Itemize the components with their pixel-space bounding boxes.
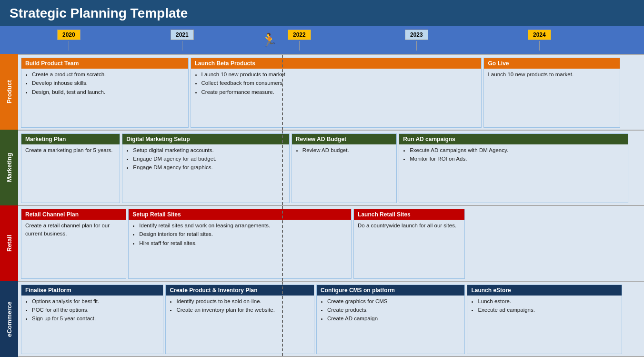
retail-row: Retail Channel Plan Create a retail chan… — [18, 205, 644, 281]
list-item: Launch 10 new products to market — [201, 71, 478, 79]
list-item: Execute ad campaigns. — [478, 306, 618, 314]
product-row: Build Product Team Create a product from… — [18, 54, 644, 130]
card-body-build-product-team: Create a product from scratch. Develop i… — [21, 69, 188, 127]
card-header-launch-estore: Launch eStore — [467, 285, 622, 296]
card-body-run-ad: Execute AD campaigns with DM Agency. Mon… — [399, 144, 628, 203]
card-header-build-product-team: Build Product Team — [21, 58, 188, 69]
card-body-launch-beta: Launch 10 new products to market Collect… — [191, 69, 482, 127]
list-item: Identify products to be sold on-line. — [176, 297, 310, 306]
card-header-finalise: Finalise Platform — [21, 285, 163, 296]
year-2022: 2022 — [288, 30, 311, 51]
list-item: Lunch estore. — [478, 297, 618, 306]
card-body-launch-estore: Lunch estore. Execute ad campaigns. — [467, 296, 622, 354]
page-header: Strategic Planning Template — [0, 0, 644, 26]
card-build-product-team: Build Product Team Create a product from… — [21, 58, 189, 128]
list-item: Setup digital marketing accounts. — [133, 146, 285, 154]
list-item: Create graphics for CMS — [327, 297, 461, 306]
card-review-ad-budget: Review AD Budget Review AD budget. — [292, 133, 397, 204]
list-item: Options analysis for best fit. — [32, 297, 159, 306]
card-setup-retail-sites: Setup Retail Sites Identify retail sites… — [128, 209, 352, 279]
list-item: Develop inhouse skills. — [32, 79, 184, 87]
year-2020: 2020 — [57, 30, 80, 51]
year-badge-2022: 2022 — [288, 30, 311, 40]
list-item: Create AD campaign — [327, 315, 461, 323]
year-line-2020 — [69, 41, 69, 51]
list-item: Create products. — [327, 306, 461, 314]
card-body-retail-channel: Create a retail channel plan for our cur… — [21, 220, 126, 278]
marketing-plan-text: Create a marketing plan for 5 years. — [25, 147, 112, 153]
card-header-marketing-plan: Marketing Plan — [21, 134, 120, 144]
list-item: Identify retail sites and work on leasin… — [139, 222, 347, 230]
list-item: Design interiors for retail sites. — [139, 230, 347, 238]
list-item: Create an inventory plan for the website… — [176, 306, 310, 314]
card-header-launch-retail: Launch Retail Sites — [354, 209, 464, 220]
list-item: Monitor for ROI on Ads. — [410, 155, 624, 163]
card-body-product-inventory: Identify products to be sold on-line. Cr… — [166, 296, 313, 354]
dashed-line-marketing — [282, 131, 283, 205]
card-header-run-ad: Run AD campaigns — [399, 134, 628, 144]
ecommerce-row: Finalise Platform Options analysis for b… — [18, 281, 644, 357]
card-header-setup-retail: Setup Retail Sites — [129, 209, 351, 220]
list-item: Execute AD campaigns with DM Agency. — [410, 146, 624, 154]
card-launch-estore: Launch eStore Lunch estore. Execute ad c… — [467, 285, 622, 355]
list-item: Sign up for 5 year contact. — [32, 315, 159, 323]
card-body-go-live: Launch 10 new products to market. — [484, 69, 619, 127]
sidebar-marketing: Marketing — [0, 130, 18, 205]
card-launch-beta-products: Launch Beta Products Launch 10 new produ… — [191, 58, 482, 128]
retail-channel-text: Create a retail channel plan for our cur… — [25, 223, 110, 236]
card-body-marketing-plan: Create a marketing plan for 5 years. — [21, 144, 120, 203]
list-item: Review AD budget. — [302, 146, 392, 154]
card-header-launch-beta: Launch Beta Products — [191, 58, 482, 69]
card-marketing-plan: Marketing Plan Create a marketing plan f… — [21, 133, 120, 204]
sidebar-product: Product — [0, 54, 18, 130]
year-line-2023 — [416, 41, 417, 51]
year-line-2022 — [299, 41, 300, 51]
card-body-finalise: Options analysis for best fit. POC for a… — [21, 296, 163, 354]
year-badge-2021: 2021 — [171, 30, 194, 40]
main-content: Product Marketing Retail eCommerce Build… — [0, 54, 644, 357]
page-title: Strategic Planning Template — [10, 6, 188, 21]
list-item: Engage DM agency for graphics. — [133, 163, 285, 172]
timeline-bar: 2020 2021 🏃 2022 2023 2024 — [0, 26, 644, 54]
rows-container: Build Product Team Create a product from… — [18, 54, 644, 357]
card-configure-cms: Configure CMS on platform Create graphic… — [316, 285, 465, 355]
card-retail-channel-plan: Retail Channel Plan Create a retail chan… — [21, 209, 126, 279]
year-line-2021 — [182, 41, 182, 51]
card-header-cms: Configure CMS on platform — [317, 285, 464, 296]
dashed-line-product — [282, 55, 283, 130]
list-item: Engage DM agency for ad budget. — [133, 155, 285, 163]
year-2023: 2023 — [405, 30, 428, 51]
card-product-inventory-plan: Create Product & Inventory Plan Identify… — [165, 285, 314, 355]
card-body-cms: Create graphics for CMS Create products.… — [317, 296, 464, 354]
launch-retail-text: Do a countrywide launch for all our site… — [358, 223, 456, 228]
year-badge-2020: 2020 — [57, 30, 80, 40]
list-item: POC for all the options. — [32, 306, 159, 314]
sidebar-retail: Retail — [0, 205, 18, 281]
card-body-digital-marketing: Setup digital marketing accounts. Engage… — [122, 144, 289, 203]
card-launch-retail-sites: Launch Retail Sites Do a countrywide lau… — [353, 209, 465, 279]
year-badge-2023: 2023 — [405, 30, 428, 40]
dashed-line-retail — [282, 206, 283, 281]
card-header-go-live: Go Live — [484, 58, 619, 69]
card-body-launch-retail: Do a countrywide launch for all our site… — [354, 220, 464, 278]
sidebar: Product Marketing Retail eCommerce — [0, 54, 18, 357]
list-item: Create a product from scratch. — [32, 71, 184, 79]
go-live-text: Launch 10 new products to market. — [488, 71, 574, 77]
card-run-ad-campaigns: Run AD campaigns Execute AD campaigns wi… — [399, 133, 628, 204]
card-go-live: Go Live Launch 10 new products to market… — [483, 58, 620, 128]
list-item: Create performance measure. — [201, 88, 478, 96]
card-header-retail-channel: Retail Channel Plan — [21, 209, 126, 220]
marketing-row: Marketing Plan Create a marketing plan f… — [18, 130, 644, 205]
card-body-setup-retail: Identify retail sites and work on leasin… — [129, 220, 351, 278]
sidebar-ecommerce: eCommerce — [0, 281, 18, 357]
card-body-review-ad: Review AD budget. — [292, 144, 396, 203]
year-badge-2024: 2024 — [528, 30, 551, 40]
card-header-digital-marketing: Digital Marketing Setup — [122, 134, 289, 144]
list-item: Design, build, test and launch. — [32, 88, 184, 96]
card-header-product-inventory: Create Product & Inventory Plan — [166, 285, 313, 296]
year-line-2024 — [539, 41, 540, 51]
card-finalise-platform: Finalise Platform Options analysis for b… — [21, 285, 163, 355]
card-digital-marketing: Digital Marketing Setup Setup digital ma… — [122, 133, 290, 204]
year-2021: 2021 — [171, 30, 194, 51]
list-item: Collect feedback from consumers — [201, 79, 478, 87]
